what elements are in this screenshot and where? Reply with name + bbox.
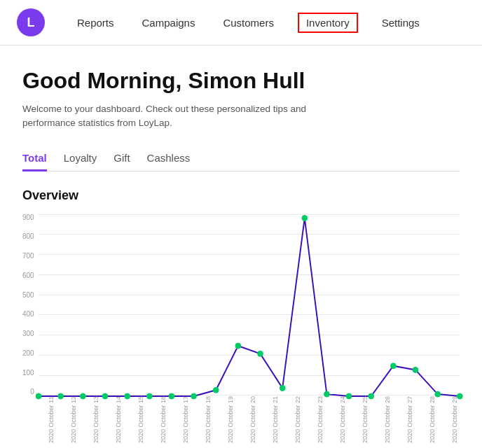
y-label-500: 500 [22, 292, 34, 299]
nav-settings[interactable]: Settings [378, 14, 424, 31]
svg-point-10 [257, 351, 263, 356]
y-label-600: 600 [22, 272, 34, 279]
x-label-3: 2020 October 13 [92, 396, 99, 443]
logo[interactable]: L [17, 8, 45, 36]
y-label-900: 900 [22, 214, 34, 221]
x-label-18: 2020 October 28 [429, 396, 436, 443]
nav-customers[interactable]: Customers [219, 14, 278, 31]
overview-section: Overview 900 800 700 600 500 400 300 200… [22, 188, 460, 449]
welcome-text: Welcome to your dashboard. Check out the… [22, 102, 317, 131]
y-axis: 900 800 700 600 500 400 300 200 100 0 [22, 214, 34, 396]
y-label-700: 700 [22, 253, 34, 260]
x-label-11: 2020 October 21 [272, 396, 279, 443]
greeting: Good Morning, Simon Hull [22, 68, 460, 94]
svg-point-8 [213, 387, 219, 393]
y-label-300: 300 [22, 330, 34, 337]
y-label-400: 400 [22, 311, 34, 318]
x-axis: 2020 October 11 2020 October 12 2020 Oct… [48, 396, 460, 449]
svg-point-9 [235, 343, 241, 349]
svg-point-17 [413, 367, 418, 372]
x-label-10: 2020 October 20 [249, 396, 256, 443]
nav: Reports Campaigns Customers Inventory Se… [73, 13, 424, 33]
y-label-100: 100 [22, 370, 34, 377]
svg-point-0 [36, 393, 41, 399]
nav-reports[interactable]: Reports [73, 14, 118, 31]
x-label-13: 2020 October 23 [317, 396, 324, 443]
x-label-5: 2020 October 15 [137, 396, 144, 443]
svg-point-11 [280, 385, 285, 391]
overview-title: Overview [22, 188, 460, 203]
x-label-17: 2020 October 27 [406, 396, 413, 443]
chart-svg [39, 214, 460, 396]
nav-inventory[interactable]: Inventory [298, 13, 358, 33]
x-label-15: 2020 October 25 [362, 396, 369, 443]
x-label-12: 2020 October 22 [294, 396, 301, 443]
x-label-14: 2020 October 24 [339, 396, 346, 443]
chart-inner [39, 214, 460, 396]
svg-point-16 [390, 363, 396, 368]
header: L Reports Campaigns Customers Inventory … [0, 0, 482, 46]
svg-point-12 [302, 215, 308, 220]
x-label-16: 2020 October 26 [384, 396, 391, 443]
main-content: Good Morning, Simon Hull Welcome to your… [0, 46, 482, 448]
y-label-0: 0 [30, 388, 34, 396]
x-label-9: 2020 October 19 [227, 396, 234, 443]
x-label-7: 2020 October 17 [182, 396, 189, 443]
tab-total[interactable]: Total [22, 148, 47, 172]
nav-campaigns[interactable]: Campaigns [138, 14, 200, 31]
x-label-6: 2020 October 16 [160, 396, 167, 443]
y-label-200: 200 [22, 350, 34, 357]
x-label-4: 2020 October 14 [115, 396, 122, 443]
chart-area: 900 800 700 600 500 400 300 200 100 0 [22, 214, 460, 396]
x-label-1: 2020 October 11 [48, 396, 55, 443]
tab-cashless[interactable]: Cashless [147, 148, 191, 172]
tab-loyalty[interactable]: Loyalty [64, 148, 97, 172]
y-label-800: 800 [22, 233, 34, 240]
x-label-8: 2020 October 18 [205, 396, 212, 443]
chart-container: 900 800 700 600 500 400 300 200 100 0 [22, 214, 460, 449]
tabs: Total Loyalty Gift Cashless [22, 148, 460, 172]
x-label-2: 2020 October 12 [70, 396, 77, 443]
tab-gift[interactable]: Gift [113, 148, 130, 172]
x-label-19: 2020 October 29 [451, 396, 458, 443]
